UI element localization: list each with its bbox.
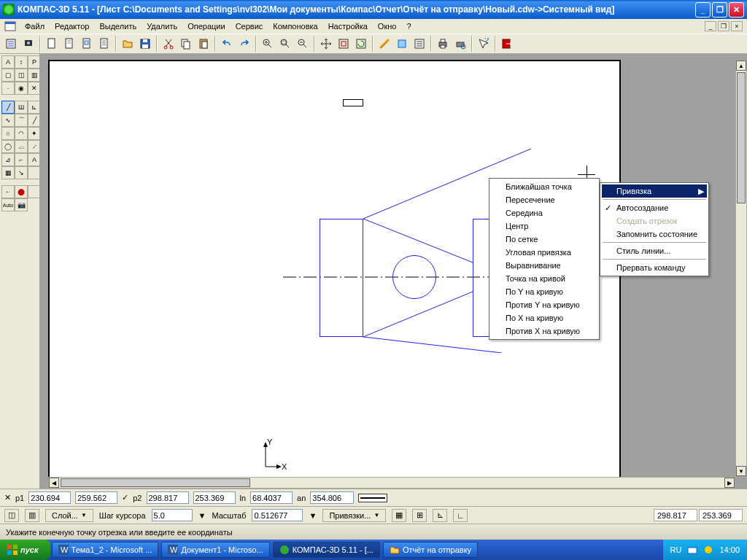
toolbar-btn[interactable] — [20, 36, 36, 52]
scroll-thumb[interactable] — [61, 478, 250, 487]
snap-angle[interactable]: Угловая привязка — [491, 246, 597, 259]
minimize-button[interactable]: _ — [695, 2, 711, 18]
tool-sq[interactable]: ↘ — [15, 166, 28, 179]
clock[interactable]: 14:00 — [719, 545, 740, 554]
auto-tool[interactable]: Auto — [1, 198, 15, 211]
step-input[interactable] — [152, 509, 193, 521]
circle-tool[interactable]: ○ — [1, 127, 15, 140]
scale-dd[interactable]: ▼ — [309, 511, 317, 520]
ln-input[interactable] — [250, 491, 293, 504]
camera-tool[interactable]: 📷 — [15, 198, 28, 211]
tool-sq[interactable]: · — [1, 82, 15, 95]
toolbar-btn[interactable] — [3, 36, 19, 52]
scroll-thumb[interactable] — [737, 72, 746, 203]
print-button[interactable] — [435, 36, 451, 52]
menu-settings[interactable]: Настройка — [324, 20, 372, 32]
menu-service[interactable]: Сервис — [231, 20, 268, 32]
tool-sq[interactable]: ⊿ — [1, 153, 15, 166]
lang-indicator[interactable]: RU — [670, 545, 682, 554]
pan-button[interactable] — [318, 36, 334, 52]
p1x-input[interactable] — [28, 491, 71, 504]
ellipse-tool[interactable]: ◯ — [1, 140, 15, 153]
undo-button[interactable] — [219, 36, 235, 52]
snap-y-against-curve[interactable]: Против Y на кривую — [491, 298, 597, 311]
snap-y-to-curve[interactable]: По Y на кривую — [491, 285, 597, 298]
mdi-minimize-button[interactable]: _ — [705, 21, 716, 31]
measure-button[interactable] — [376, 36, 392, 52]
new-button-2[interactable] — [61, 36, 77, 52]
task-word2[interactable]: WДокумент1 - Microso... — [161, 542, 269, 558]
paste-button[interactable] — [196, 36, 212, 52]
p2x-input[interactable] — [147, 491, 189, 504]
view-icon[interactable]: ◫ — [4, 509, 19, 522]
stop-tool[interactable]: ⬤ — [15, 185, 28, 198]
help-button[interactable]: ? — [476, 36, 492, 52]
coord-icon[interactable]: ∟ — [453, 509, 468, 522]
view-icon[interactable]: ▥ — [25, 509, 39, 522]
tool-sq[interactable]: ⌒ — [15, 114, 28, 127]
ctx-line-style[interactable]: Стиль линии... — [602, 244, 707, 257]
ctx-remember-state[interactable]: Запомнить состояние — [602, 228, 707, 241]
snap-midpoint[interactable]: Середина — [491, 206, 597, 219]
mdi-restore-button[interactable]: ❐ — [718, 21, 729, 31]
tool-sq[interactable]: ◉ — [15, 82, 28, 95]
step-dd[interactable]: ▼ — [198, 511, 206, 520]
layer-button[interactable]: Слой...▼ — [45, 509, 93, 522]
tool-sq[interactable]: ⌐ — [15, 153, 28, 166]
tray-icon[interactable] — [703, 545, 713, 555]
ctx-abort-command[interactable]: Прервать команду — [602, 261, 707, 274]
new-button-4[interactable] — [96, 36, 112, 52]
menu-layout[interactable]: Компоновка — [268, 20, 322, 32]
copy-button[interactable] — [178, 36, 194, 52]
maximize-button[interactable]: ❐ — [712, 2, 727, 18]
start-button[interactable]: пуск — [0, 540, 50, 560]
tool-button[interactable] — [394, 36, 410, 52]
exit-button[interactable] — [499, 36, 515, 52]
cut-button[interactable] — [160, 36, 177, 52]
new-button-3[interactable] — [79, 36, 95, 52]
lock-icon[interactable]: ✕ — [4, 493, 11, 502]
vertical-scrollbar[interactable]: ▲ ▼ — [735, 60, 747, 477]
zoom-in-button[interactable] — [260, 36, 276, 52]
menu-select[interactable]: Выделить — [95, 20, 141, 32]
tray-icon[interactable] — [687, 545, 697, 555]
menu-delete[interactable]: Удалить — [142, 20, 182, 32]
menu-help[interactable]: ? — [402, 20, 415, 32]
save-button[interactable] — [137, 36, 153, 52]
refresh-button[interactable] — [353, 36, 369, 52]
redo-button[interactable] — [236, 36, 252, 52]
task-word1[interactable]: WТема1_2 - Microsoft ... — [52, 542, 159, 558]
snap-intersection[interactable]: Пересечение — [491, 193, 597, 206]
zoom-out-button[interactable] — [295, 36, 311, 52]
menu-window[interactable]: Окно — [374, 20, 401, 32]
scroll-left-button[interactable]: ◀ — [49, 478, 59, 488]
ctx-autocreate[interactable]: ✓ Автосоздание — [602, 201, 707, 214]
lock-icon[interactable]: ✓ — [122, 493, 128, 502]
task-kompas[interactable]: КОМПАС-3D 5.11 - [... — [273, 542, 380, 558]
snap-center[interactable]: Центр — [491, 219, 597, 233]
close-button[interactable]: ✕ — [729, 2, 744, 18]
mdi-close-button[interactable]: × — [731, 21, 743, 31]
line-style-dropdown[interactable] — [358, 494, 387, 502]
menu-operations[interactable]: Операции — [183, 20, 229, 32]
arc-tool[interactable]: ◠ — [15, 127, 28, 140]
tool-sq[interactable]: ⌓ — [15, 140, 28, 153]
line-tool[interactable]: ╱ — [1, 101, 15, 114]
scroll-right-button[interactable]: ▶ — [724, 478, 735, 488]
preview-button[interactable] — [452, 36, 468, 52]
grid2-icon[interactable]: ⊞ — [412, 509, 427, 522]
open-button[interactable] — [120, 36, 136, 52]
snap-align[interactable]: Выравнивание — [491, 259, 597, 272]
back-tool[interactable]: ← — [1, 185, 15, 198]
scroll-down-button[interactable]: ▼ — [736, 466, 746, 476]
tool-sq[interactable]: ↕ — [15, 55, 28, 69]
task-folder[interactable]: Отчёт на отправку — [383, 542, 478, 558]
scale-input[interactable] — [252, 509, 303, 521]
menu-editor[interactable]: Редактор — [50, 20, 93, 32]
snap-button[interactable]: Привязки...▼ — [322, 509, 386, 522]
ctx-binding[interactable]: Привязка ▶ — [602, 184, 707, 198]
snap-point-on-curve[interactable]: Точка на кривой — [491, 272, 597, 285]
tool-sq[interactable]: ∿ — [1, 114, 15, 127]
tool-sq[interactable]: A — [1, 55, 15, 69]
horizontal-scrollbar[interactable]: ◀ ▶ — [48, 477, 735, 489]
